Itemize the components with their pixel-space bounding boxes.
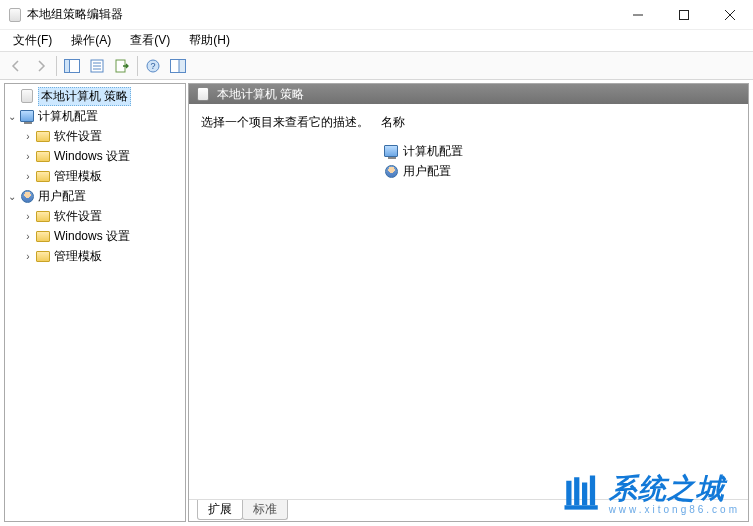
- show-hide-tree-button[interactable]: [60, 55, 84, 77]
- folder-icon: [35, 228, 51, 244]
- toolbar: ?: [0, 52, 753, 80]
- details-header-title: 本地计算机 策略: [217, 86, 304, 103]
- tree: 本地计算机 策略 ⌄ 计算机配置 › 软件设置 › Windows 设置: [5, 86, 185, 266]
- expander-icon[interactable]: ›: [21, 231, 35, 242]
- description-text: 选择一个项目来查看它的描述。: [201, 114, 381, 131]
- computer-icon: [383, 143, 399, 159]
- tree-pane: 本地计算机 策略 ⌄ 计算机配置 › 软件设置 › Windows 设置: [4, 83, 186, 522]
- nav-forward-button[interactable]: [29, 55, 53, 77]
- svg-text:?: ?: [150, 61, 155, 71]
- list-item-label: 用户配置: [403, 163, 451, 180]
- svg-rect-1: [680, 10, 689, 19]
- list-item-label: 计算机配置: [403, 143, 463, 160]
- tree-label: 软件设置: [54, 128, 102, 145]
- tree-label: Windows 设置: [54, 148, 130, 165]
- expander-icon[interactable]: ›: [21, 251, 35, 262]
- list-column: 名称 计算机配置 用户配置: [381, 114, 736, 499]
- window-controls: [615, 0, 753, 30]
- svg-rect-14: [179, 59, 186, 72]
- toolbar-separator: [56, 56, 57, 76]
- app-icon: [7, 7, 23, 23]
- menu-view[interactable]: 查看(V): [122, 30, 178, 51]
- tree-admin-templates[interactable]: › 管理模板: [5, 246, 185, 266]
- close-button[interactable]: [707, 0, 753, 30]
- tree-windows-settings[interactable]: › Windows 设置: [5, 226, 185, 246]
- properties-button[interactable]: [85, 55, 109, 77]
- tree-label: 用户配置: [38, 188, 86, 205]
- tree-windows-settings[interactable]: › Windows 设置: [5, 146, 185, 166]
- export-list-button[interactable]: [110, 55, 134, 77]
- policy-icon: [195, 86, 211, 102]
- tree-label: 软件设置: [54, 208, 102, 225]
- folder-icon: [35, 248, 51, 264]
- tree-user-config[interactable]: ⌄ 用户配置: [5, 186, 185, 206]
- maximize-button[interactable]: [661, 0, 707, 30]
- details-pane: 本地计算机 策略 选择一个项目来查看它的描述。 名称 计算机配置 用户配置 扩展…: [188, 83, 749, 522]
- tab-standard[interactable]: 标准: [242, 500, 288, 520]
- help-button[interactable]: ?: [141, 55, 165, 77]
- svg-rect-5: [65, 59, 70, 72]
- tree-root[interactable]: 本地计算机 策略: [5, 86, 185, 106]
- nav-back-button[interactable]: [4, 55, 28, 77]
- list-item-computer-config[interactable]: 计算机配置: [381, 141, 736, 161]
- toolbar-separator: [137, 56, 138, 76]
- expander-icon[interactable]: ⌄: [5, 191, 19, 202]
- column-header-name[interactable]: 名称: [381, 114, 736, 137]
- tree-software-settings[interactable]: › 软件设置: [5, 206, 185, 226]
- filter-button[interactable]: [166, 55, 190, 77]
- menu-bar: 文件(F) 操作(A) 查看(V) 帮助(H): [0, 30, 753, 52]
- user-icon: [383, 163, 399, 179]
- computer-icon: [19, 108, 35, 124]
- folder-icon: [35, 148, 51, 164]
- list-item-user-config[interactable]: 用户配置: [381, 161, 736, 181]
- bottom-tabs: 扩展 标准: [189, 499, 748, 521]
- tree-label: 计算机配置: [38, 108, 98, 125]
- title-bar: 本地组策略编辑器: [0, 0, 753, 30]
- user-icon: [19, 188, 35, 204]
- tree-admin-templates[interactable]: › 管理模板: [5, 166, 185, 186]
- expander-icon[interactable]: ⌄: [5, 111, 19, 122]
- folder-icon: [35, 168, 51, 184]
- window-title: 本地组策略编辑器: [27, 6, 123, 23]
- details-body: 选择一个项目来查看它的描述。 名称 计算机配置 用户配置: [189, 104, 748, 499]
- tab-extended[interactable]: 扩展: [197, 500, 243, 520]
- folder-icon: [35, 208, 51, 224]
- tree-label: 管理模板: [54, 168, 102, 185]
- policy-icon: [19, 88, 35, 104]
- tree-computer-config[interactable]: ⌄ 计算机配置: [5, 106, 185, 126]
- tree-label: Windows 设置: [54, 228, 130, 245]
- tree-software-settings[interactable]: › 软件设置: [5, 126, 185, 146]
- menu-action[interactable]: 操作(A): [63, 30, 119, 51]
- tree-label: 管理模板: [54, 248, 102, 265]
- details-header: 本地计算机 策略: [189, 84, 748, 104]
- expander-icon[interactable]: ›: [21, 211, 35, 222]
- tree-root-label: 本地计算机 策略: [38, 87, 131, 106]
- expander-icon[interactable]: ›: [21, 171, 35, 182]
- main-area: 本地计算机 策略 ⌄ 计算机配置 › 软件设置 › Windows 设置: [0, 81, 753, 526]
- menu-file[interactable]: 文件(F): [5, 30, 60, 51]
- expander-icon[interactable]: ›: [21, 151, 35, 162]
- folder-icon: [35, 128, 51, 144]
- expander-icon[interactable]: ›: [21, 131, 35, 142]
- minimize-button[interactable]: [615, 0, 661, 30]
- menu-help[interactable]: 帮助(H): [181, 30, 238, 51]
- description-column: 选择一个项目来查看它的描述。: [201, 114, 381, 499]
